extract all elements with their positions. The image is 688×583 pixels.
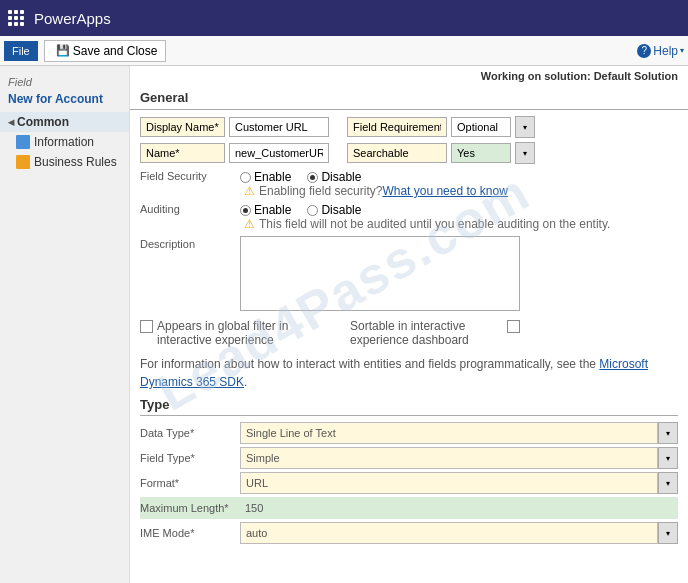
sidebar-section-common[interactable]: Common (0, 112, 129, 132)
field-type-row: Field Type* ▾ (140, 447, 678, 469)
options-row: Appears in global filter in interactive … (140, 319, 678, 347)
auditing-disable-option[interactable]: Disable (307, 203, 361, 217)
working-on-label: Working on solution: Default Solution (130, 66, 688, 84)
sortable-option: Sortable in interactive experience dashb… (350, 319, 520, 347)
format-dropdown[interactable]: ▾ (658, 472, 678, 494)
auditing-warning: ⚠ This field will not be audited until y… (244, 217, 610, 231)
field-type-label: Field Type* (140, 452, 240, 464)
warning-icon: ⚠ (244, 184, 255, 198)
auditing-label: Auditing (140, 203, 240, 215)
main-area: Field New for Account Common Information… (0, 66, 688, 583)
content-area: Working on solution: Default Solution Ge… (130, 66, 688, 583)
sortable-checkbox[interactable] (507, 320, 520, 333)
field-type-select-wrapper: ▾ (240, 447, 678, 469)
field-security-radio-group: Enable Disable (240, 170, 508, 184)
type-section-title: Type (140, 397, 678, 416)
app-title: PowerApps (34, 10, 111, 27)
field-security-enable-option[interactable]: Enable (240, 170, 291, 184)
general-form: ▾ ▾ Field Security (130, 116, 688, 391)
description-label: Description (140, 236, 240, 250)
appears-in-global-filter-option: Appears in global filter in interactive … (140, 319, 310, 347)
field-security-link[interactable]: What you need to know (382, 184, 507, 198)
save-icon: 💾 (56, 44, 70, 57)
information-icon (16, 135, 30, 149)
topbar: PowerApps (0, 0, 688, 36)
format-row: Format* ▾ (140, 472, 678, 494)
field-type-dropdown[interactable]: ▾ (658, 447, 678, 469)
field-type-input[interactable] (240, 447, 658, 469)
app-grid-icon[interactable] (8, 10, 24, 26)
sidebar-item-information[interactable]: Information (0, 132, 129, 152)
auditing-radio-group: Enable Disable (240, 203, 610, 217)
breadcrumb-entity: New for Account (0, 90, 129, 112)
description-textarea[interactable] (240, 236, 520, 311)
help-dropdown-icon: ▾ (680, 46, 684, 55)
field-security-enable-radio[interactable] (240, 172, 251, 183)
field-security-disable-option[interactable]: Disable (307, 170, 361, 184)
format-select-wrapper: ▾ (240, 472, 678, 494)
type-section: Type Data Type* ▾ Field Type* ▾ Format* (130, 397, 688, 557)
max-length-row: Maximum Length* (140, 497, 678, 519)
display-name-value-input[interactable] (229, 117, 329, 137)
field-security-label: Field Security (140, 170, 240, 182)
format-input[interactable] (240, 472, 658, 494)
help-button[interactable]: ? Help ▾ (637, 44, 684, 58)
searchable-value-input[interactable] (451, 143, 511, 163)
appears-in-global-filter-checkbox[interactable] (140, 320, 153, 333)
field-security-disable-radio[interactable] (307, 172, 318, 183)
display-name-input[interactable] (140, 117, 225, 137)
max-length-input[interactable] (240, 499, 678, 517)
data-type-row: Data Type* ▾ (140, 422, 678, 444)
ime-mode-select-wrapper: ▾ (240, 522, 678, 544)
name-label-input[interactable] (140, 143, 225, 163)
sidebar: Field New for Account Common Information… (0, 66, 130, 583)
save-close-button[interactable]: 💾 Save and Close (44, 40, 167, 62)
sidebar-item-business-rules[interactable]: Business Rules (0, 152, 129, 172)
business-rules-icon (16, 155, 30, 169)
name-value-input[interactable] (229, 143, 329, 163)
auditing-enable-option[interactable]: Enable (240, 203, 291, 217)
ime-mode-label: IME Mode* (140, 527, 240, 539)
file-button[interactable]: File (4, 41, 38, 61)
help-circle-icon: ? (637, 44, 651, 58)
auditing-disable-radio[interactable] (307, 205, 318, 216)
general-section-title: General (130, 84, 688, 110)
auditing-enable-radio[interactable] (240, 205, 251, 216)
auditing-warning-icon: ⚠ (244, 217, 255, 231)
data-type-select-wrapper: ▾ (240, 422, 678, 444)
ime-mode-input[interactable] (240, 522, 658, 544)
searchable-label-input[interactable] (347, 143, 447, 163)
data-type-label: Data Type* (140, 427, 240, 439)
searchable-dropdown[interactable]: ▾ (515, 142, 535, 164)
field-security-warning: ⚠ Enabling field security? What you need… (244, 184, 508, 198)
field-requirement-value-input[interactable] (451, 117, 511, 137)
field-requirement-dropdown[interactable]: ▾ (515, 116, 535, 138)
field-requirement-label-input[interactable] (347, 117, 447, 137)
data-type-input[interactable] (240, 422, 658, 444)
max-length-label: Maximum Length* (140, 502, 240, 514)
format-label: Format* (140, 477, 240, 489)
info-text: For information about how to interact wi… (140, 355, 678, 391)
ime-mode-row: IME Mode* ▾ (140, 522, 678, 544)
ime-mode-dropdown[interactable]: ▾ (658, 522, 678, 544)
data-type-dropdown[interactable]: ▾ (658, 422, 678, 444)
breadcrumb-field: Field (0, 72, 129, 90)
toolbar: File 💾 Save and Close ? Help ▾ (0, 36, 688, 66)
